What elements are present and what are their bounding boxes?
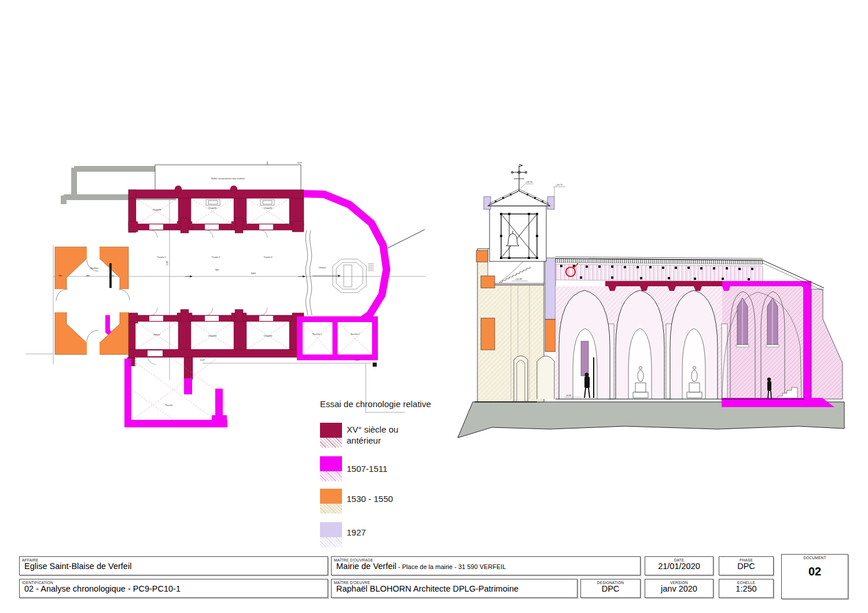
narthex-dim-c: 220 <box>111 275 114 277</box>
swatch-1530-solid <box>320 489 342 504</box>
swatch-1927 <box>320 522 342 547</box>
titleblock-date: DATE 21/01/2020 <box>645 556 713 575</box>
titleblock-maitre-ouvrage: MAÎTRE D'OUVRAGE Mairie de Verfeil - Pla… <box>331 556 641 575</box>
nef-dim: 3000ᵖ <box>251 272 257 275</box>
passage-arch <box>537 356 554 400</box>
junction-lines <box>306 230 312 315</box>
level-top: +24.15 <box>525 180 533 183</box>
sacristie1-label: Sacristie 1 <box>312 333 322 335</box>
chapel-north-1-label: Chapelle <box>153 209 161 211</box>
legend-label-1927: 1927 <box>347 527 366 538</box>
choeur-label: Choeur <box>318 266 326 269</box>
titleblock-phase: PHASE DPC <box>719 556 774 575</box>
nef-label: Nef <box>215 268 219 271</box>
entree-label: Entrée <box>153 334 160 336</box>
dcp-label-1: DCP <box>297 162 302 164</box>
apse-magenta-wall <box>803 285 811 399</box>
chapel-south-1-label: Chapelle <box>208 335 217 337</box>
document-label: DOCUMENT <box>782 555 848 560</box>
maitre-oeuvre-value: Raphaël BLOHORN Architecte DPLG-Patrimoi… <box>332 584 577 593</box>
apse-exterior <box>811 289 843 399</box>
door-swing-arcs <box>148 230 267 364</box>
legend-label-xv: XV° siècle ouantérieur <box>347 424 398 446</box>
level-mid: +12.87 <box>515 278 523 280</box>
swatch-1507-solid <box>320 456 342 471</box>
survey-marker <box>373 363 377 367</box>
swatch-xv <box>320 423 342 448</box>
level-eave: +19.71 <box>556 183 563 186</box>
titleblock-affaire: AFFAIRE Eglise Saint-Blaise de Verfeil <box>19 556 328 575</box>
document-value: 02 <box>782 565 848 578</box>
travee-dim: 1110ᵖ <box>166 260 168 265</box>
section-elevation: +24.15 +19.71 +12.87 <box>458 164 844 438</box>
version-value: janv 2020 <box>645 584 713 593</box>
cross-weathervane <box>511 164 527 191</box>
titleblock-echelle: ECHELLE 1:250 <box>719 579 774 598</box>
apse-wall-hatch <box>722 286 803 399</box>
titleblock-designation: DESIGNATION DPC <box>580 579 641 598</box>
narthex-dim-a: 180ᵖ <box>58 275 63 277</box>
chapel-north-2-label: Chapelle <box>208 207 217 209</box>
swatch-1507 <box>320 456 342 481</box>
chapel-north-3-label: Chapelle <box>264 207 273 209</box>
travee2-label: Travée 2 <box>212 256 220 259</box>
sacristie2-label: Sacristie 2 <box>351 333 360 335</box>
vault-lines <box>132 198 289 420</box>
titleblock-identification: IDENTIFICATION 02 - Analyse chronologiqu… <box>19 579 328 598</box>
designation-value: DPC <box>581 584 640 593</box>
date-value: 21/01/2020 <box>645 562 713 571</box>
affaire-value: Eglise Saint-Blaise de Verfeil <box>20 562 328 571</box>
narthex-1530-1550 <box>54 246 130 356</box>
chapel-south-2-label: Chapelle <box>264 335 273 337</box>
drawing-sheet: Salles associatives non visitées DCP <box>0 0 868 613</box>
terrain <box>458 402 844 438</box>
floor-plan: Salles associatives non visitées DCP <box>26 161 425 427</box>
legend-title: Essai de chronologie relative <box>320 399 431 409</box>
swatch-1927-hatch <box>320 537 342 547</box>
identification-value: 02 - Analyse chronologique - PC9-PC10-1 <box>20 584 328 593</box>
tower-entry-arch <box>514 356 528 401</box>
swatch-1927-solid <box>320 522 342 537</box>
travee3-label: Travée 3 <box>264 256 273 259</box>
titleblock-version: VERSION janv 2020 <box>645 579 713 598</box>
swatch-xv-solid <box>320 423 342 438</box>
walls-xv-siecle <box>127 186 304 379</box>
travee1-label: Travée 1 <box>157 256 166 259</box>
titleblock-maitre-oeuvre: MAÎTRE D'OEUVRE Raphaël BLOHORN Architec… <box>331 579 578 598</box>
legend-label-1530: 1530 - 1550 <box>347 493 393 504</box>
swatch-xv-hatch <box>320 438 342 448</box>
tower-lavender-pilaster <box>545 258 556 319</box>
porche-label: Porche <box>165 404 173 407</box>
phase-value: DPC <box>719 562 773 571</box>
annex-label: Salles associatives non visitées <box>211 177 245 180</box>
swatch-1530-hatch <box>320 504 342 514</box>
echelle-value: 1:250 <box>719 584 773 593</box>
bell-tower: +24.15 +19.71 +12.87 <box>475 164 565 402</box>
titleblock-document: DOCUMENT 02 <box>781 554 848 599</box>
level-ground: ±0.00 <box>566 394 571 397</box>
swatch-1507-hatch <box>320 471 342 481</box>
maitre-ouvrage-value: Mairie de Verfeil - Place de la mairie -… <box>332 562 640 571</box>
dcp-label-2: DCP <box>200 359 205 361</box>
dcp-label-3: DCP <box>355 359 360 361</box>
chronology-legend: Essai de chronologie relative XV° siècle… <box>320 399 470 552</box>
tower-roof <box>488 191 550 206</box>
bay1-window <box>581 341 589 376</box>
nave-roof <box>556 257 763 282</box>
swatch-1530 <box>320 489 342 514</box>
narthex-dim-b: 480ᵖ <box>86 275 91 277</box>
narthex-label: Narthex <box>90 267 98 269</box>
legend-label-1507: 1507-1511 <box>347 463 388 474</box>
